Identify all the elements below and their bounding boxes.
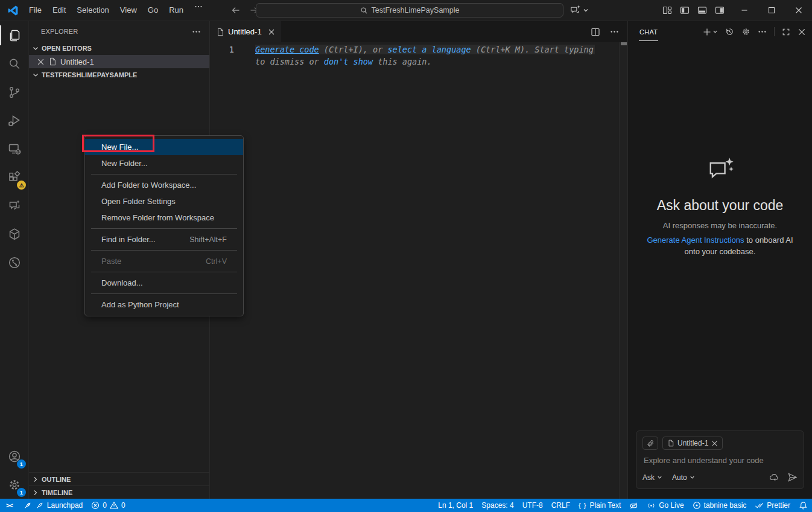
chat-panel: CHAT Ask about your code AI responses ma… (627, 21, 812, 499)
activitybar-chat-icon[interactable] (0, 191, 28, 220)
context-menu-item-new-file[interactable]: New File... (85, 139, 243, 155)
timeline-section-header[interactable]: TIMELINE (29, 485, 209, 499)
copilot-status-icon[interactable] (625, 499, 642, 512)
scrollbar-slider[interactable] (621, 42, 627, 45)
context-menu-item-find-in-folder[interactable]: Find in Folder...Shift+Alt+F (85, 231, 243, 248)
activitybar-accounts-icon[interactable]: 1 (0, 442, 28, 470)
chat-empty-link-line: Generate Agent Instructions to onboard A… (641, 234, 799, 257)
braces-icon: { } (579, 502, 586, 509)
toggle-primary-sidebar-icon[interactable] (680, 5, 690, 15)
chat-close-icon[interactable] (798, 28, 806, 36)
chevron-down-icon (657, 475, 662, 480)
activitybar-insights-icon[interactable] (0, 248, 28, 277)
rocket-icon (23, 501, 32, 510)
activitybar-source-control-icon[interactable] (0, 78, 28, 106)
activitybar-explorer-icon[interactable] (0, 21, 28, 50)
chat-more-actions-icon[interactable] (758, 27, 767, 36)
chevron-right-icon (31, 475, 40, 484)
select-language-link[interactable]: select a language (387, 45, 471, 54)
editor-scrollbar[interactable] (619, 42, 627, 499)
chat-mode-selector[interactable]: Ask (642, 473, 662, 482)
tabnine-icon (693, 501, 701, 510)
tab-label: Untitled-1 (228, 27, 262, 36)
go-live-item[interactable]: Go Live (642, 499, 688, 512)
outline-section-header[interactable]: OUTLINE (29, 472, 209, 485)
command-center-search[interactable]: TestFreshLimePaySample (256, 3, 563, 18)
language-mode-item[interactable]: { }Plain Text (574, 499, 625, 512)
window-minimize-button[interactable] (731, 0, 758, 21)
menu-run[interactable]: Run (163, 2, 189, 18)
chat-empty-title: Ask about your code (657, 197, 784, 214)
menu-go[interactable]: Go (142, 2, 163, 18)
dont-show-link[interactable]: don't show (324, 57, 373, 66)
chat-settings-icon[interactable] (741, 27, 750, 36)
chat-tab[interactable]: CHAT (639, 22, 658, 41)
activitybar-package-icon[interactable] (0, 220, 28, 248)
cursor-position-item[interactable]: Ln 1, Col 1 (434, 499, 477, 512)
activitybar-settings-icon[interactable]: 1 (0, 470, 28, 499)
menu-view[interactable]: View (115, 2, 142, 18)
menu-separator (91, 228, 237, 229)
indentation-item[interactable]: Spaces: 4 (477, 499, 518, 512)
window-close-button[interactable] (785, 0, 812, 21)
voice-cloud-icon[interactable] (769, 472, 779, 482)
tabnine-item[interactable]: tabnine basic (688, 499, 751, 512)
menu-selection[interactable]: Selection (71, 2, 114, 18)
context-menu-item-new-folder[interactable]: New Folder... (85, 155, 243, 171)
send-icon[interactable] (787, 472, 798, 482)
menu-more-icon[interactable] (189, 2, 208, 18)
close-icon[interactable] (37, 58, 45, 66)
eol-item[interactable]: CRLF (547, 499, 574, 512)
copilot-menu-button[interactable] (569, 4, 589, 16)
customize-layout-icon[interactable] (662, 5, 672, 15)
activitybar-run-debug-icon[interactable] (0, 106, 28, 135)
attachment-chip-untitled-1[interactable]: Untitled-1 (662, 437, 723, 450)
generate-agent-instructions-link[interactable]: Generate Agent Instructions (647, 235, 744, 245)
explorer-more-actions-icon[interactable] (192, 27, 201, 36)
activitybar-search-icon[interactable] (0, 50, 28, 78)
activitybar-remote-explorer-icon[interactable] (0, 135, 28, 163)
window-maximize-button[interactable] (758, 0, 785, 21)
open-editors-section-header[interactable]: OPEN EDITORS (29, 42, 209, 55)
chat-maximize-icon[interactable] (782, 28, 790, 36)
editor-content[interactable]: 1 Generate code (Ctrl+I), or select a la… (210, 42, 627, 499)
editor-group: Untitled-1 1 Generate code (Ctrl+I), or … (210, 21, 627, 499)
toggle-panel-icon[interactable] (697, 5, 707, 15)
context-menu-item-add-folder-to-workspace[interactable]: Add Folder to Workspace... (85, 177, 243, 193)
menu-separator (91, 272, 237, 272)
menu-separator (91, 293, 237, 294)
toggle-secondary-sidebar-icon[interactable] (715, 5, 725, 15)
menu-file[interactable]: File (24, 2, 47, 18)
activitybar-extensions-icon[interactable]: ⚠ (0, 163, 28, 191)
encoding-item[interactable]: UTF-8 (518, 499, 547, 512)
tab-close-icon[interactable] (268, 28, 275, 36)
generate-code-link[interactable]: Generate code (255, 45, 319, 54)
chat-input-box[interactable]: Untitled-1 Explore and understand your c… (636, 430, 804, 489)
prettier-item[interactable]: Prettier (750, 499, 795, 512)
chip-close-icon[interactable] (711, 440, 718, 447)
launchpad-item[interactable]: Launchpad (19, 499, 87, 512)
context-menu-item-add-as-python-project[interactable]: Add as Python Project (85, 296, 243, 313)
problems-item[interactable]: 0 0 (87, 499, 129, 512)
open-editor-item-untitled-1[interactable]: Untitled-1 (29, 55, 209, 68)
chat-header: CHAT (628, 21, 812, 42)
chat-input-placeholder[interactable]: Explore and understand your code (644, 456, 796, 465)
editor-more-actions-icon[interactable] (610, 27, 619, 36)
nav-back-icon[interactable] (231, 5, 241, 15)
tab-bar: Untitled-1 (210, 21, 627, 42)
attach-context-button[interactable] (642, 437, 658, 450)
tab-untitled-1[interactable]: Untitled-1 (210, 21, 281, 42)
chevron-down-icon (583, 7, 589, 13)
chat-history-icon[interactable] (725, 27, 734, 36)
new-chat-icon[interactable] (703, 28, 718, 36)
menu-edit[interactable]: Edit (47, 2, 71, 18)
context-menu-item-open-folder-settings[interactable]: Open Folder Settings (85, 193, 243, 210)
context-menu-item-remove-folder-from-workspace[interactable]: Remove Folder from Workspace (85, 210, 243, 226)
context-menu-item-download[interactable]: Download... (85, 275, 243, 291)
folder-section-header[interactable]: TESTFRESHLIMEPAYSAMPLE (29, 68, 209, 82)
chat-model-selector[interactable]: Auto (672, 473, 695, 482)
split-editor-icon[interactable] (591, 27, 600, 37)
remote-indicator[interactable]: >< (0, 499, 19, 512)
notifications-bell-icon[interactable] (795, 499, 812, 512)
chat-sparkle-icon (705, 155, 736, 187)
